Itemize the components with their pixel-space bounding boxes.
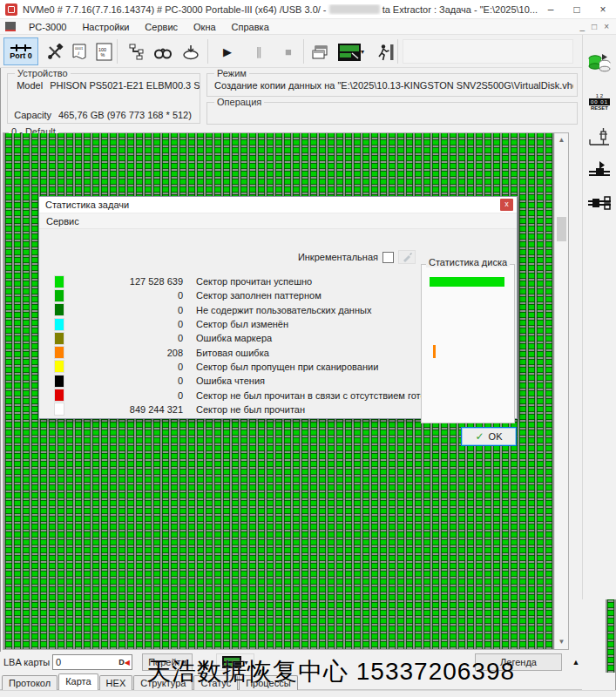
lba-value: 0	[53, 657, 118, 667]
mdi-restore-button[interactable]: □	[592, 22, 597, 31]
mdi-minimize-button[interactable]: _	[580, 22, 586, 31]
power-control-button[interactable]	[586, 125, 613, 152]
window-titlebar: NVMe0 # 7.7.16(7.7.16.14374) # PC-3000 P…	[0, 0, 616, 19]
tools-button[interactable]	[42, 39, 68, 64]
cascade-windows-icon	[311, 44, 328, 60]
svg-text:0001: 0001	[75, 46, 84, 51]
power-probe-icon	[588, 127, 611, 150]
map-vertical-scrollbar[interactable]: ▲ ▼	[554, 133, 568, 649]
menu-settings[interactable]: Настройки	[74, 22, 137, 32]
dialog-title: Статистика задачи	[45, 200, 129, 210]
stat-row: 0 Ошибка маркера	[39, 331, 417, 345]
disk-bit-error-tick	[433, 345, 436, 358]
port0-label: Port 0	[10, 52, 32, 60]
cable-icon	[128, 44, 146, 61]
stat-color-swatch	[55, 333, 64, 344]
stat-row: 0 Сектор был пропущен при сканировании	[39, 360, 417, 374]
close-button[interactable]: ×	[590, 3, 616, 16]
stat-label: Сектор заполнен паттерном	[196, 290, 322, 301]
report-button[interactable]: 100%	[91, 39, 117, 64]
disk-statistics-label: Статистика диска	[426, 257, 510, 267]
tab-map[interactable]: Карта	[58, 673, 98, 690]
device-group-label: Устройство	[15, 68, 71, 78]
dialog-menu-service[interactable]: Сервис	[39, 216, 86, 227]
pause-button[interactable]: ∥	[246, 39, 272, 64]
report-icon: 100%	[96, 43, 112, 61]
reset-button[interactable]: 1 2 00 01 RESET	[586, 89, 613, 115]
map-view-button[interactable]: ▾	[333, 39, 369, 64]
stat-color-swatch	[55, 304, 64, 315]
stat-label: Сектор не был прочитан в связи с отсутст…	[196, 390, 456, 401]
port0-button[interactable]: Port 0	[3, 37, 38, 65]
menu-windows[interactable]: Окна	[186, 22, 224, 32]
mode-group: Режим Создание копии данных на "E:\2025\…	[206, 73, 578, 97]
mode-value: Создание копии данных на "E:\2025\10.13-…	[214, 80, 573, 91]
scroll-up-arrow-icon[interactable]: ▲	[555, 133, 568, 147]
exit-task-button[interactable]	[373, 39, 399, 64]
incremental-row: Инкрементальная	[196, 250, 416, 264]
search-button[interactable]	[150, 39, 176, 64]
stat-color-swatch	[55, 347, 64, 358]
stat-row: 0 Сектор заполнен паттерном	[39, 288, 417, 302]
ok-label: OK	[489, 431, 503, 442]
mdi-window-controls: _ □ ×	[580, 22, 616, 31]
reset-label: RESET	[591, 105, 608, 112]
scrollbar-thumb[interactable]	[557, 217, 566, 241]
collapse-panel-button[interactable]: ▲	[568, 656, 584, 668]
menu-service[interactable]: Сервис	[137, 22, 186, 32]
edit-colors-button[interactable]	[398, 250, 416, 264]
task-data-button[interactable]	[178, 39, 204, 64]
ok-button[interactable]: ✓ OK	[461, 427, 517, 446]
operation-group: Операция	[206, 102, 578, 125]
app-icon	[5, 3, 17, 16]
model-label: Model	[8, 80, 50, 91]
disk-read-ok-bar	[430, 277, 504, 287]
start-button[interactable]: ▶	[214, 39, 240, 64]
stat-count: 0	[64, 333, 183, 343]
mdi-close-button[interactable]: ×	[604, 22, 609, 31]
window-title-redacted	[329, 4, 380, 14]
stat-count: 127 528 639	[64, 276, 183, 287]
stat-row: 127 528 639 Сектор прочитан успешно	[39, 274, 417, 288]
stat-label: Битовая ошибка	[196, 348, 269, 358]
run-bus-button[interactable]	[586, 159, 613, 183]
stat-color-swatch	[55, 376, 64, 387]
stat-label: Ошибка маркера	[196, 333, 272, 343]
brush-icon	[402, 252, 412, 262]
utility-button[interactable]	[124, 39, 150, 64]
windows-cascade-button[interactable]	[307, 39, 333, 64]
reset-hex-icon: 00 01	[589, 98, 610, 105]
stop-button[interactable]: ■	[275, 39, 301, 64]
minimize-button[interactable]: –	[538, 3, 564, 16]
dec-mode-icon[interactable]: D ◀	[118, 658, 132, 667]
maximize-button[interactable]: □	[564, 3, 590, 16]
dialog-titlebar[interactable]: Статистика задачи x	[39, 197, 517, 213]
menu-pc3000[interactable]: PC-3000	[21, 22, 74, 32]
tab-hex[interactable]: HEX	[99, 675, 133, 690]
toolbar-separator	[397, 39, 398, 64]
capacity-value: 465,76 GB (976 773 168 * 512)	[58, 110, 192, 120]
capacity-label: Capacity	[8, 110, 58, 120]
data-copy-button[interactable]	[586, 49, 613, 77]
statistics-list: 127 528 639 Сектор прочитан успешно 0 Се…	[39, 274, 417, 416]
dialog-close-button[interactable]: x	[500, 199, 513, 211]
tab-protocol[interactable]: Протокол	[2, 675, 58, 690]
stat-color-swatch	[55, 389, 64, 401]
stat-row: 0 Сектор не был прочитан в связи с отсут…	[39, 388, 417, 402]
lba-input[interactable]: 0 D ◀	[52, 654, 132, 670]
stat-row: 0 Сектор был изменён	[39, 317, 417, 331]
bus-terminal-icon	[587, 194, 612, 212]
incremental-checkbox[interactable]	[382, 252, 394, 263]
stat-row: 0 Ошибка чтения	[39, 374, 417, 388]
stat-count: 208	[64, 348, 183, 358]
stat-count: 0	[64, 390, 183, 401]
check-icon: ✓	[476, 430, 484, 443]
scroll-down-arrow-icon[interactable]: ▼	[555, 635, 568, 649]
menu-help[interactable]: Справка	[224, 22, 277, 32]
watermark-text: 天浩数据恢复中心 15337206398	[146, 655, 515, 688]
right-sidebar: 1 2 00 01 RESET	[582, 35, 616, 599]
bus-terminal-button[interactable]	[586, 192, 613, 214]
stat-label: Не содержит пользовательских данных	[196, 305, 371, 315]
model-value: PHISON PS5021-E21 ELBM00.3 S/N:9H7B	[50, 80, 200, 91]
script-button[interactable]: 0001i	[66, 39, 92, 64]
